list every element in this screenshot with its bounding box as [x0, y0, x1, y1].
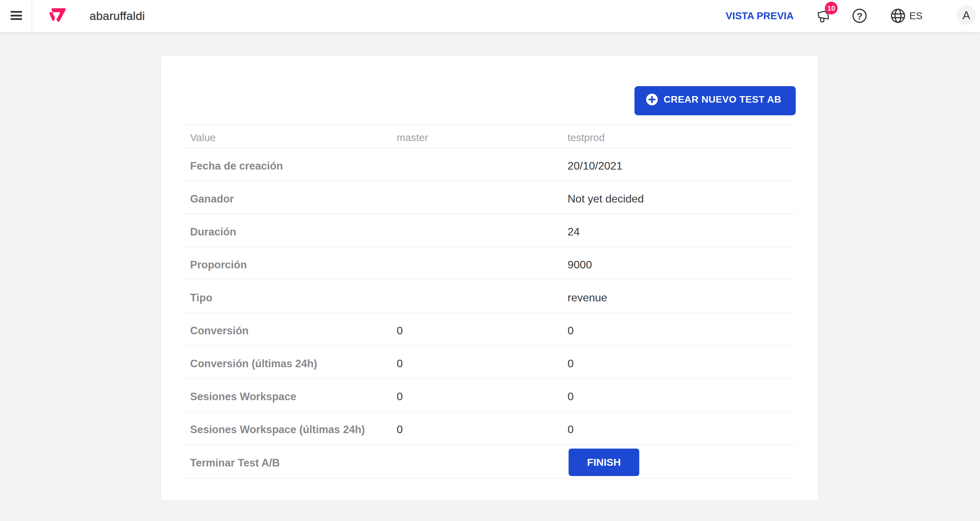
svg-text:?: ? [856, 11, 862, 22]
